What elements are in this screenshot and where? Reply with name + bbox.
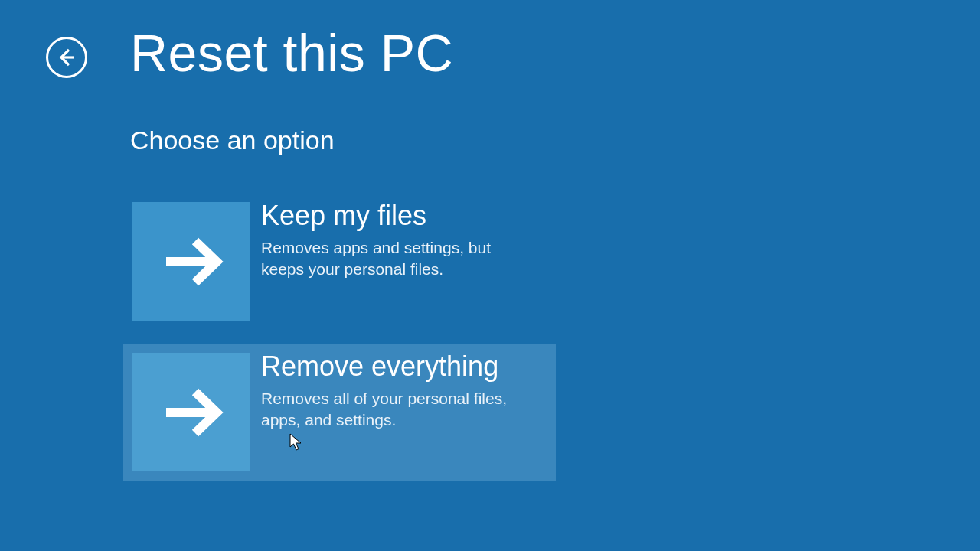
page-title: Reset this PC — [130, 23, 453, 83]
back-arrow-icon — [55, 46, 78, 69]
option-text: Keep my files Removes apps and settings,… — [250, 202, 526, 321]
option-title: Remove everything — [261, 351, 526, 382]
page-subtitle: Choose an option — [130, 126, 335, 155]
option-description: Removes all of your personal files, apps… — [261, 388, 526, 432]
arrow-right-icon — [157, 227, 226, 296]
recovery-screen: Reset this PC Choose an option Keep my f… — [0, 0, 980, 551]
option-remove-everything[interactable]: Remove everything Removes all of your pe… — [122, 344, 556, 481]
option-keep-my-files[interactable]: Keep my files Removes apps and settings,… — [122, 193, 556, 330]
option-text: Remove everything Removes all of your pe… — [250, 353, 526, 471]
options-list: Keep my files Removes apps and settings,… — [122, 193, 556, 494]
option-description: Removes apps and settings, but keeps you… — [261, 237, 526, 281]
arrow-right-icon — [157, 378, 226, 447]
option-tile — [132, 353, 250, 471]
option-tile — [132, 202, 250, 321]
option-title: Keep my files — [261, 201, 526, 231]
back-button[interactable] — [46, 37, 87, 78]
